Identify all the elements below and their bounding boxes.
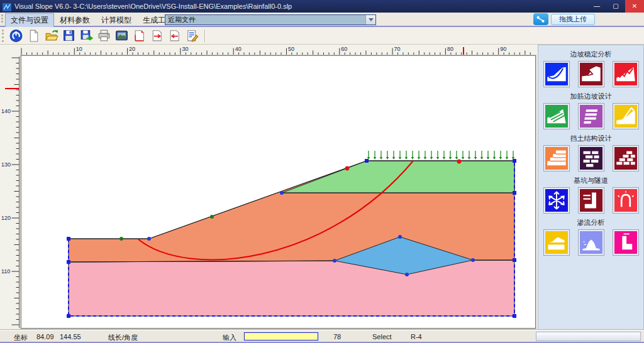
capture-icon[interactable] xyxy=(114,28,129,43)
minimize-button[interactable]: — xyxy=(587,0,606,13)
block-wall-icon xyxy=(580,147,602,170)
svg-text:10: 10 xyxy=(76,46,82,52)
slope-slip-icon xyxy=(545,63,568,85)
length-angle-label: 线长/角度 xyxy=(108,333,138,342)
reinforced-slope-tool-1-button[interactable] xyxy=(543,103,570,129)
section-title-渗流分析: 渗流分析 xyxy=(538,218,643,227)
svg-text:130: 130 xyxy=(1,161,11,168)
share-icon[interactable] xyxy=(533,13,548,25)
excavation-tool-2-button[interactable] xyxy=(578,187,604,214)
svg-text:110: 110 xyxy=(1,268,10,275)
green-marker-dot xyxy=(210,215,214,219)
red-marker-dot xyxy=(457,160,462,164)
save-as-icon[interactable] xyxy=(79,28,94,43)
print-icon[interactable] xyxy=(96,28,111,43)
open-folder-icon[interactable] xyxy=(43,28,58,43)
vertex-dot xyxy=(398,235,402,239)
drag-upload-button[interactable]: 拖拽上传 xyxy=(551,14,595,25)
coord-label: 坐标 xyxy=(14,333,28,342)
export-page-icon[interactable] xyxy=(149,28,164,43)
retaining-structure-tool-2-button[interactable] xyxy=(578,145,604,172)
workspace: 102030405060708090 140130120110 边坡稳定分析加筋… xyxy=(0,45,644,330)
svg-text:120: 120 xyxy=(1,215,11,221)
reinforced-slope-tool-3-button[interactable] xyxy=(613,103,639,129)
slope-stability-tool-3-button[interactable] xyxy=(613,61,639,87)
slope-jagged-icon xyxy=(614,63,637,85)
reinforced-slope-tool-2-button[interactable] xyxy=(578,103,604,129)
recent-files-value: 近期文件 xyxy=(165,15,365,24)
layer-wall-icon xyxy=(580,105,602,128)
selection-handle xyxy=(67,314,70,318)
app-window: Visual Slope V6.0- 3-C:\Users\steven\One… xyxy=(0,0,644,343)
menu-bar: 文件与设置材料参数计算模型生成工具帮助 近期文件 拖拽上传 xyxy=(0,13,644,27)
edit-notes-icon[interactable] xyxy=(184,28,199,43)
selection-handle xyxy=(513,159,516,163)
selection-handle xyxy=(513,191,516,195)
section-title-基坑与隧道: 基坑与隧道 xyxy=(538,176,643,185)
status-bar: 坐标 84.09 144.55 线长/角度 输入 78 Select R-4 xyxy=(0,330,644,343)
upload-area: 拖拽上传 xyxy=(533,13,595,25)
maximize-button[interactable]: ▢ xyxy=(606,0,625,13)
red-marker-dot xyxy=(345,166,350,171)
seepage-tool-3-button[interactable] xyxy=(613,229,639,256)
app-icon xyxy=(3,3,11,11)
new-file-icon[interactable] xyxy=(26,28,41,43)
selection-handle xyxy=(513,314,516,318)
svg-text:50: 50 xyxy=(288,46,294,52)
close-button[interactable]: ✕ xyxy=(625,0,644,13)
seepage-tool-1-button[interactable] xyxy=(543,229,570,256)
mound-icon xyxy=(580,231,602,254)
svg-text:30: 30 xyxy=(182,46,188,52)
menu-item-计算模型[interactable]: 计算模型 xyxy=(96,13,137,28)
tunnel-icon xyxy=(614,189,637,212)
status-mode: Select xyxy=(372,333,392,340)
ruler-vertical: 140130120110 xyxy=(0,55,20,329)
retaining-structure-tool-3-button[interactable] xyxy=(613,145,639,172)
retaining-structure-tool-1-button[interactable] xyxy=(543,145,570,172)
svg-text:140: 140 xyxy=(1,108,11,114)
coord-x-value: 84.09 xyxy=(36,333,54,340)
window-controls: — ▢ ✕ xyxy=(587,0,644,13)
tool-panel: 边坡稳定分析加筋边坡设计挡土结构设计基坑与隧道渗流分析 xyxy=(538,45,644,330)
status-count: 78 xyxy=(333,333,341,340)
recent-files-combobox[interactable]: 近期文件 xyxy=(165,14,376,25)
input-label: 输入 xyxy=(223,333,236,342)
menu-grip xyxy=(1,14,3,23)
section-title-挡土结构设计: 挡土结构设计 xyxy=(538,134,643,143)
svg-text:60: 60 xyxy=(341,46,347,52)
slope-stability-tool-2-button[interactable] xyxy=(578,61,604,87)
slope-stability-tool-1-button[interactable] xyxy=(543,61,570,87)
selection-handle xyxy=(365,159,369,163)
save-icon[interactable] xyxy=(61,28,76,43)
command-input[interactable] xyxy=(244,332,318,340)
l-wall-anchor-icon xyxy=(580,189,602,212)
toolbar xyxy=(0,27,644,45)
vertex-dot xyxy=(333,259,336,263)
selection-handle xyxy=(513,258,516,262)
menu-item-材料参数[interactable]: 材料参数 xyxy=(54,13,96,28)
status-cell: R-4 xyxy=(411,333,422,340)
page-setup-icon[interactable] xyxy=(131,28,147,43)
ruler-horizontal: 102030405060708090 xyxy=(0,45,536,55)
vertex-dot xyxy=(405,273,409,276)
green-marker-dot xyxy=(119,237,123,241)
vertex-dot xyxy=(280,191,284,195)
svg-text:90: 90 xyxy=(500,46,506,52)
snowflake-icon xyxy=(545,189,568,212)
l-shape-icon xyxy=(614,231,637,254)
import-page-icon[interactable] xyxy=(167,28,182,43)
chevron-down-icon[interactable] xyxy=(365,15,375,24)
dam-flow-icon xyxy=(545,231,568,254)
svg-text:20: 20 xyxy=(129,46,135,52)
excavation-tool-3-button[interactable] xyxy=(613,187,639,214)
drawing-canvas[interactable] xyxy=(21,55,536,329)
power-icon[interactable] xyxy=(8,28,23,43)
svg-text:80: 80 xyxy=(447,46,453,52)
vertex-dot xyxy=(147,237,151,241)
window-title: Visual Slope V6.0- 3-C:\Users\steven\One… xyxy=(14,3,292,10)
menu-item-文件与设置[interactable]: 文件与设置 xyxy=(5,13,54,28)
excavation-tool-1-button[interactable] xyxy=(543,187,570,214)
selection-handle xyxy=(67,260,70,264)
seepage-tool-2-button[interactable] xyxy=(578,229,604,256)
vertex-dot xyxy=(471,258,475,262)
